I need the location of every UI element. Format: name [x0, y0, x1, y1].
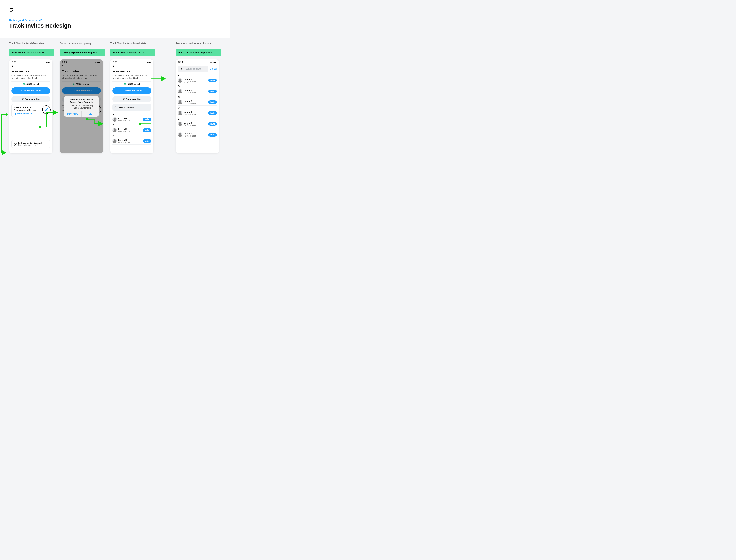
avatar: [178, 122, 182, 126]
share-code-label: Share your code: [24, 89, 41, 92]
svg-rect-17: [145, 62, 146, 63]
avatar: [178, 100, 182, 104]
contact-row: Lorem C(123) 555-1234Invite: [112, 138, 151, 145]
text-caret: [184, 68, 184, 70]
contact-phone: (123) 555-1234: [118, 130, 143, 132]
svg-point-33: [180, 68, 182, 69]
copy-link-button[interactable]: Copy your link: [112, 96, 151, 102]
modal-dimmer: "Stash" Would Like to Access Your Contac…: [60, 59, 103, 153]
earned-label: $0 / $1000 earned: [112, 83, 151, 85]
screen-subtitle: Get $20 of stock for you and each invite…: [11, 74, 50, 79]
phone-mockup-allowed: 3:20 Your invites Get $20 of stock for y…: [110, 59, 153, 153]
svg-rect-27: [211, 62, 211, 63]
contact-name: Lorem C: [184, 122, 208, 124]
svg-rect-3: [45, 62, 45, 63]
screen-subtitle: Get $20 of stock for you and each invite…: [112, 74, 151, 79]
invite-button[interactable]: Invite: [143, 128, 151, 132]
back-button[interactable]: [110, 64, 153, 68]
home-indicator: [21, 152, 41, 152]
svg-point-4: [47, 63, 47, 63]
status-icons: [44, 61, 50, 63]
section-letter: C: [112, 134, 151, 138]
column-label: Track Your Invites default state: [9, 42, 54, 46]
section-letter: F: [178, 127, 217, 131]
update-settings-link[interactable]: Update Settings: [14, 113, 48, 115]
column-label: Contacts permission prompt: [60, 42, 105, 46]
svg-rect-25: [210, 63, 210, 63]
contact-phone: (123) 555-1234: [184, 91, 208, 93]
search-contacts-field[interactable]: Search contacts: [112, 104, 151, 111]
invite-button[interactable]: Invite: [143, 139, 151, 143]
column-label: Track Your Invites allowed state: [110, 42, 155, 46]
contact-row: Lorem C(123) 555-1234Invite: [178, 131, 217, 138]
svg-rect-1: [44, 62, 45, 63]
svg-rect-6: [48, 62, 49, 63]
share-code-button[interactable]: Share your code: [112, 87, 151, 94]
invite-button[interactable]: Invite: [143, 118, 151, 121]
svg-rect-26: [211, 62, 211, 63]
avatar: [178, 132, 182, 137]
page-title: Track Invites Redesign: [9, 22, 221, 29]
insight-banner: Show rewards earned vs. max: [110, 49, 155, 56]
share-code-label: Share your code: [125, 89, 142, 92]
avatar: [112, 139, 117, 143]
svg-point-24: [115, 107, 116, 108]
avatar: [178, 111, 182, 115]
section-letter: B: [112, 123, 151, 127]
avatar: [178, 78, 182, 83]
contact-name: Lorem B: [184, 89, 208, 91]
contact-row: Lorem B(123) 555-1234Invite: [178, 88, 217, 95]
search-icon: [114, 106, 117, 109]
status-time: 3:20: [178, 61, 183, 63]
svg-rect-7: [49, 62, 50, 63]
cancel-search-button[interactable]: Cancel: [210, 68, 217, 70]
earned-label: $0 / $1000 earned: [11, 83, 50, 85]
alert-title: "Stash" Would Like to Access Your Contac…: [66, 98, 97, 104]
invite-button[interactable]: Invite: [208, 133, 217, 137]
alert-deny-button[interactable]: Don't Allow: [64, 111, 82, 117]
avatar: [178, 89, 182, 93]
search-placeholder: Search contacts: [185, 68, 201, 70]
contact-row: Lorem A(123) 555-1234Invite: [178, 77, 217, 84]
insight-banner: Clearly explain access request: [60, 49, 105, 56]
contact-name: Lorem B: [118, 128, 143, 130]
svg-rect-2: [45, 62, 45, 63]
screen-title: Your invites: [112, 70, 151, 73]
phone-mockup-default: 3:20 Your invites Get $20 of stock for y…: [9, 59, 52, 153]
section-letter: E: [178, 116, 217, 120]
progress-bar: [112, 81, 151, 82]
invite-button[interactable]: Invite: [208, 111, 217, 115]
svg-point-20: [148, 63, 148, 63]
contact-name: Lorem C: [184, 133, 208, 135]
phone-mockup-permission: 3:20 Your invites Get $20 of stock for y…: [60, 59, 103, 153]
logo: [9, 7, 221, 13]
insight-banner: Utilize familiar search patterns: [176, 49, 221, 56]
invite-button[interactable]: Invite: [208, 79, 217, 82]
invite-button[interactable]: Invite: [208, 100, 217, 104]
svg-rect-32: [216, 62, 216, 63]
search-placeholder: Search contacts: [118, 106, 134, 109]
status-icons: [145, 61, 151, 63]
section-letter: B: [178, 84, 217, 88]
invite-button[interactable]: Invite: [208, 90, 217, 93]
contact-name: Lorem A: [118, 117, 143, 119]
search-contacts-field[interactable]: Search contacts: [178, 66, 208, 72]
back-button[interactable]: [9, 64, 52, 68]
home-indicator: [71, 152, 91, 152]
contact-phone: (123) 555-1234: [184, 81, 208, 83]
svg-rect-31: [214, 62, 216, 63]
copy-link-button[interactable]: Copy your link: [11, 96, 50, 102]
eyebrow: Redesigned Experience v2: [9, 19, 221, 22]
progress-bar: [11, 81, 50, 82]
permission-alert: "Stash" Would Like to Access Your Contac…: [64, 96, 99, 117]
alert-ok-button[interactable]: OK: [82, 111, 99, 117]
share-code-button[interactable]: Share your code: [11, 87, 50, 94]
toast-sub: Share with your friends!: [18, 144, 42, 146]
svg-rect-22: [149, 62, 150, 63]
svg-rect-16: [145, 63, 145, 63]
contact-name: Lorem A: [184, 78, 208, 81]
section-letter: A: [112, 112, 151, 116]
invite-button[interactable]: Invite: [208, 122, 217, 126]
svg-rect-28: [212, 62, 212, 63]
svg-rect-18: [146, 62, 146, 63]
